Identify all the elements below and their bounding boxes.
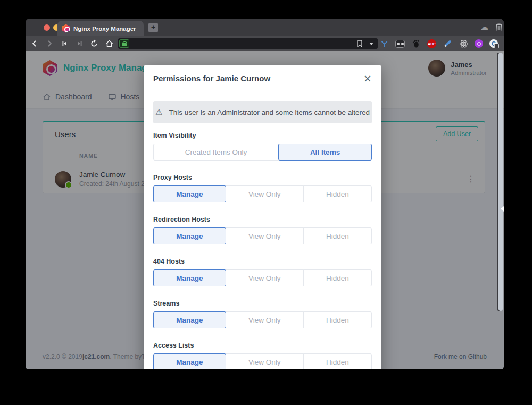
page-scrollbar-thumb[interactable] bbox=[498, 53, 503, 311]
permissions-modal: Permissions for Jamie Curnow × ⚠ This us… bbox=[144, 65, 381, 369]
segment-option-view-only[interactable]: View Only bbox=[226, 269, 304, 286]
close-icon[interactable]: × bbox=[363, 73, 372, 83]
perm-section-streams: Streams ManageView OnlyHidden bbox=[153, 300, 372, 328]
new-tab-button[interactable]: + bbox=[148, 23, 158, 32]
bookmark-dropdown-icon[interactable] bbox=[369, 43, 373, 45]
segment-option-created-items-only[interactable]: Created Items Only bbox=[153, 144, 279, 161]
segment-option-hidden[interactable]: Hidden bbox=[303, 185, 372, 203]
sync-cloud-icon[interactable]: ☁ bbox=[480, 22, 488, 32]
https-lock-icon[interactable] bbox=[119, 39, 129, 48]
extension-pen-icon[interactable] bbox=[443, 39, 452, 48]
perm-section-proxy-hosts: Proxy Hosts ManageView OnlyHidden bbox=[153, 174, 372, 203]
reload-icon[interactable] bbox=[87, 37, 101, 50]
segment-option-hidden[interactable]: Hidden bbox=[303, 311, 372, 328]
item-visibility-group: Created Items OnlyAll Items bbox=[153, 144, 372, 161]
segment-option-manage[interactable]: Manage bbox=[153, 185, 226, 203]
segment-option-view-only[interactable]: View Only bbox=[226, 227, 304, 244]
warning-icon: ⚠ bbox=[155, 107, 162, 117]
segment-option-manage[interactable]: Manage bbox=[153, 269, 226, 286]
sidebar-collapse-arrow-icon[interactable] bbox=[501, 206, 504, 212]
segment-option-hidden[interactable]: Hidden bbox=[303, 227, 372, 244]
segment-option-manage[interactable]: Manage bbox=[153, 353, 226, 369]
perm-section-access-lists: Access Lists ManageView OnlyHidden bbox=[153, 342, 372, 369]
browser-window: Nginx Proxy Manager + ☁ bbox=[26, 19, 504, 369]
extension-robot-icon[interactable] bbox=[395, 39, 405, 48]
item-visibility-label: Item Visibility bbox=[153, 132, 372, 139]
extension-atom-icon[interactable] bbox=[459, 39, 468, 48]
extension-clock-lock-icon[interactable]: C bbox=[489, 39, 498, 48]
perm-section-404-hosts: 404 Hosts ManageView OnlyHidden bbox=[153, 258, 372, 286]
admin-alert: ⚠ This user is an Administrator and some… bbox=[153, 101, 372, 123]
close-window-button[interactable] bbox=[44, 24, 50, 31]
browser-toolbar: ABP C bbox=[26, 36, 504, 51]
segment-option-all-items[interactable]: All Items bbox=[278, 144, 372, 161]
browser-tab-bar: Nginx Proxy Manager + ☁ bbox=[26, 19, 504, 36]
trash-icon[interactable] bbox=[495, 23, 503, 32]
home-icon[interactable] bbox=[102, 37, 116, 50]
favicon bbox=[62, 24, 70, 33]
segment-option-hidden[interactable]: Hidden bbox=[303, 269, 372, 286]
page-viewport: Nginx Proxy Manager James Administrator … bbox=[26, 51, 504, 369]
back-icon[interactable] bbox=[28, 37, 41, 50]
extension-purple-icon[interactable] bbox=[475, 39, 483, 48]
forward-icon[interactable] bbox=[43, 37, 56, 50]
segment-option-view-only[interactable]: View Only bbox=[226, 185, 304, 203]
bookmark-icon[interactable] bbox=[356, 40, 363, 47]
segment-option-hidden[interactable]: Hidden bbox=[303, 353, 372, 369]
skip-back-icon[interactable] bbox=[57, 37, 71, 50]
browser-tab[interactable]: Nginx Proxy Manager bbox=[57, 21, 144, 36]
extension-adblock-icon[interactable]: ABP bbox=[427, 39, 436, 48]
perm-section-redirection-hosts: Redirection Hosts ManageView OnlyHidden bbox=[153, 216, 372, 244]
segment-option-manage[interactable]: Manage bbox=[153, 311, 226, 328]
extension-tree-icon[interactable] bbox=[379, 39, 389, 48]
modal-title: Permissions for Jamie Curnow bbox=[153, 74, 270, 83]
url-bar[interactable] bbox=[118, 38, 378, 49]
extension-row: ABP C bbox=[379, 39, 498, 48]
segment-option-manage[interactable]: Manage bbox=[153, 227, 226, 244]
segment-option-view-only[interactable]: View Only bbox=[226, 353, 304, 369]
admin-alert-text: This user is an Administrator and some i… bbox=[169, 108, 370, 116]
extension-gnome-foot-icon[interactable] bbox=[411, 39, 421, 48]
skip-forward-icon[interactable] bbox=[72, 37, 86, 50]
tab-title: Nginx Proxy Manager bbox=[73, 26, 136, 32]
segment-option-view-only[interactable]: View Only bbox=[226, 311, 304, 328]
